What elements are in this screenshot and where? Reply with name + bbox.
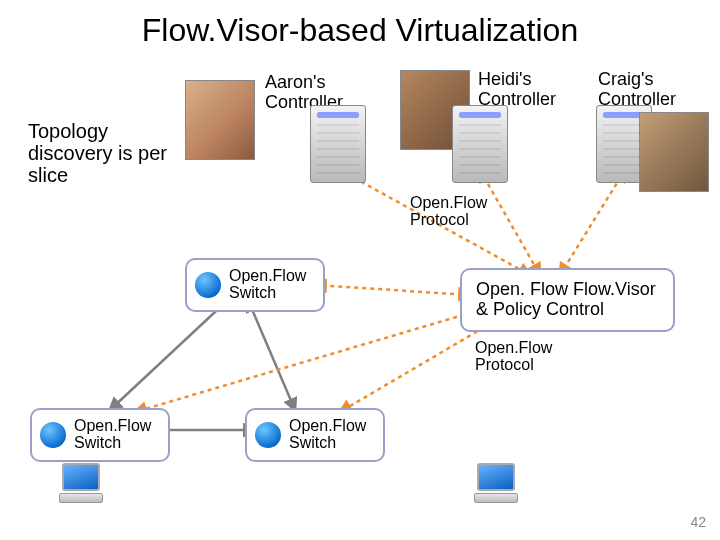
pc-icon-left	[55, 463, 107, 509]
page-number: 42	[690, 514, 706, 530]
svg-line-6	[315, 285, 470, 295]
label-heidi-controller: Heidi's Controller	[478, 70, 578, 110]
globe-icon	[40, 422, 66, 448]
box-flowvisor: Open. Flow Flow.Visor & Policy Control	[460, 268, 675, 332]
label-switch-left: Open.Flow Switch	[74, 418, 156, 452]
annotation-topology: Topology discovery is per slice	[28, 120, 178, 186]
svg-line-1	[248, 300, 295, 410]
photo-craig	[639, 112, 709, 192]
svg-line-5	[560, 170, 625, 275]
globe-icon	[195, 272, 221, 298]
box-switch-left: Open.Flow Switch	[30, 408, 170, 462]
pc-icon-right	[470, 463, 522, 509]
label-openflow-protocol-upper: Open.Flow Protocol	[410, 195, 500, 229]
server-aaron	[310, 105, 366, 183]
svg-line-0	[110, 298, 230, 410]
label-switch-top: Open.Flow Switch	[229, 268, 311, 302]
server-heidi	[452, 105, 508, 183]
slide-title: Flow.Visor-based Virtualization	[0, 12, 720, 49]
label-switch-right: Open.Flow Switch	[289, 418, 371, 452]
globe-icon	[255, 422, 281, 448]
svg-line-7	[135, 310, 480, 412]
photo-aaron	[185, 80, 255, 160]
label-openflow-protocol-lower: Open.Flow Protocol	[475, 340, 565, 374]
box-switch-top: Open.Flow Switch	[185, 258, 325, 312]
label-craig-controller: Craig's Controller	[598, 70, 698, 110]
box-switch-right: Open.Flow Switch	[245, 408, 385, 462]
label-flowvisor: Open. Flow Flow.Visor & Policy Control	[476, 279, 656, 319]
